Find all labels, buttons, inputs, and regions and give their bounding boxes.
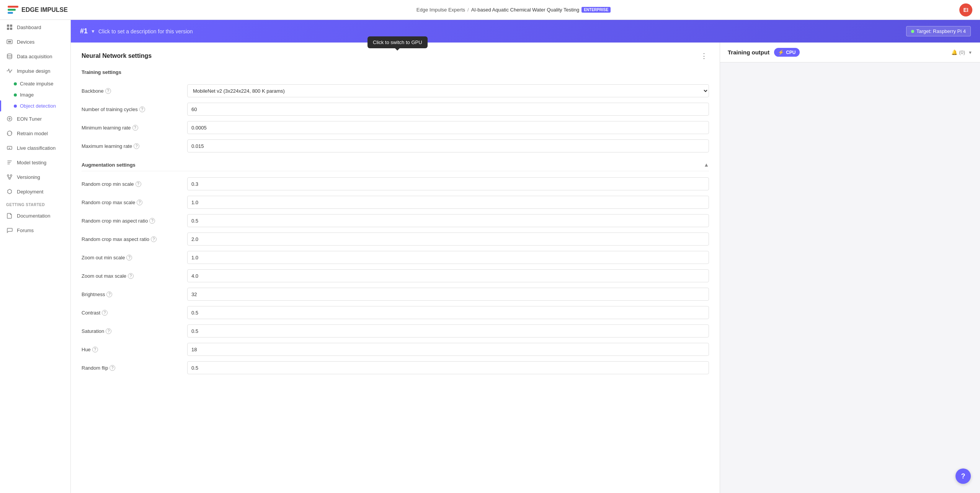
random-crop-max-scale-input[interactable] (187, 196, 709, 209)
sidebar-item-model-testing[interactable]: Model testing (0, 155, 70, 170)
backbone-label: Backbone ? (82, 88, 181, 94)
random-crop-min-aspect-help[interactable]: ? (149, 218, 155, 224)
augmentation-collapse-button[interactable]: ▲ (704, 162, 709, 168)
min-lr-label: Minimum learning rate ? (82, 125, 181, 131)
sidebar-item-data-acquisition[interactable]: Data acquisition (0, 49, 70, 64)
training-cycles-label: Number of training cycles ? (82, 106, 181, 112)
breadcrumb-part2: AI-based Aquatic Chemical Water Quality … (471, 7, 580, 13)
svg-point-6 (7, 54, 12, 56)
training-cycles-input[interactable] (187, 103, 709, 116)
sidebar-label-live: Live classification (17, 145, 56, 151)
sidebar-label-forums: Forums (17, 228, 34, 233)
sidebar-item-deployment[interactable]: Deployment (0, 184, 70, 199)
logo[interactable]: EDGE IMPULSE (8, 6, 68, 14)
backbone-row: Backbone ? MobileNet v2 (3x224x224, 800 … (82, 84, 709, 97)
help-fab-button[interactable]: ? (956, 468, 971, 484)
contrast-label: Contrast ? (82, 310, 181, 316)
sidebar-label-retrain: Retrain model (17, 131, 48, 136)
sidebar-item-eon-tuner[interactable]: EON Tuner (0, 111, 70, 126)
eon-icon (6, 115, 13, 122)
min-lr-input[interactable] (187, 121, 709, 134)
max-lr-input[interactable] (187, 139, 709, 152)
random-flip-input[interactable] (187, 361, 709, 374)
bell-badge[interactable]: 🔔 (0) (951, 49, 965, 55)
backbone-select[interactable]: MobileNet v2 (3x224x224, 800 K params) M… (187, 84, 709, 97)
training-output-content (720, 62, 980, 493)
breadcrumb-part1[interactable]: Edge Impulse Experts (416, 7, 465, 13)
training-cycles-help-icon[interactable]: ? (139, 106, 145, 112)
breadcrumb: Edge Impulse Experts / AI-based Aquatic … (416, 7, 611, 13)
zoom-out-min-scale-input[interactable] (187, 251, 709, 264)
sidebar-label-model: Model testing (17, 160, 46, 165)
version-description[interactable]: Click to set a description for this vers… (98, 28, 193, 34)
min-lr-row: Minimum learning rate ? (82, 121, 709, 134)
sidebar-item-forums[interactable]: Forums (0, 223, 70, 237)
contrast-row: Contrast ? (82, 306, 709, 319)
zoom-out-max-scale-input[interactable] (187, 269, 709, 282)
svg-point-9 (7, 175, 9, 176)
random-crop-min-scale-row: Random crop min scale ? (82, 177, 709, 190)
docs-icon (6, 212, 13, 219)
random-crop-min-scale-help[interactable]: ? (136, 181, 141, 187)
sidebar-item-documentation[interactable]: Documentation (0, 208, 70, 223)
sidebar-label-object-detection: Object detection (20, 103, 56, 109)
saturation-input[interactable] (187, 324, 709, 337)
cpu-icon: ⚡ (778, 49, 784, 55)
nn-settings-card: Neural Network settings ⋮ Training setti… (71, 43, 720, 387)
random-crop-max-aspect-row: Random crop max aspect ratio ? (82, 233, 709, 246)
zoom-out-max-scale-help[interactable]: ? (128, 273, 134, 279)
sidebar-item-live-classification[interactable]: Live classification (0, 141, 70, 155)
augmentation-title: Augmentation settings (82, 162, 136, 168)
target-dot (911, 30, 914, 33)
sidebar-label-docs: Documentation (17, 213, 50, 219)
sidebar-item-retrain[interactable]: Retrain model (0, 126, 70, 141)
random-crop-max-aspect-input[interactable] (187, 233, 709, 246)
sidebar-subitem-create-impulse[interactable]: Create impulse (0, 78, 70, 89)
sidebar-subitem-object-detection[interactable]: Object detection (0, 100, 70, 111)
sidebar-item-devices[interactable]: Devices (0, 34, 70, 49)
zoom-out-min-scale-help[interactable]: ? (126, 255, 132, 260)
sidebar-item-versioning[interactable]: Versioning (0, 170, 70, 184)
random-crop-max-aspect-help[interactable]: ? (151, 236, 157, 242)
target-badge[interactable]: Target: Raspberry Pi 4 (906, 26, 971, 36)
min-lr-help-icon[interactable]: ? (132, 125, 138, 131)
hue-help[interactable]: ? (92, 347, 98, 352)
brightness-input[interactable] (187, 288, 709, 301)
brightness-help[interactable]: ? (106, 292, 112, 297)
avatar-initials: EI (963, 7, 968, 13)
card-menu-button[interactable]: ⋮ (699, 50, 709, 62)
sidebar-subitem-image[interactable]: Image (0, 89, 70, 100)
sidebar-label-deployment: Deployment (17, 189, 43, 195)
cpu-badge[interactable]: ⚡ CPU (774, 48, 799, 57)
random-crop-max-aspect-label: Random crop max aspect ratio ? (82, 236, 181, 242)
random-crop-min-scale-input[interactable] (187, 177, 709, 190)
random-flip-row: Random flip ? (82, 361, 709, 374)
contrast-help[interactable]: ? (102, 310, 108, 316)
augmentation-section-header: Augmentation settings ▲ (82, 162, 709, 171)
max-lr-help-icon[interactable]: ? (134, 143, 139, 149)
version-caret[interactable]: ▼ (91, 29, 95, 34)
avatar[interactable]: EI (959, 3, 972, 16)
top-nav-right: EI (959, 3, 972, 16)
random-flip-help[interactable]: ? (109, 365, 115, 371)
random-crop-max-scale-help[interactable]: ? (137, 200, 142, 205)
dropdown-arrow-icon[interactable]: ▼ (968, 50, 972, 55)
dashboard-icon (6, 24, 13, 31)
two-col-layout: Neural Network settings ⋮ Training setti… (71, 43, 980, 493)
random-crop-min-aspect-input[interactable] (187, 214, 709, 227)
enterprise-badge: ENTERPRISE (581, 7, 611, 13)
brightness-label: Brightness ? (82, 292, 181, 297)
svg-rect-3 (10, 28, 12, 30)
random-flip-label: Random flip ? (82, 365, 181, 371)
svg-rect-1 (10, 25, 12, 27)
sidebar-item-dashboard[interactable]: Dashboard (0, 20, 70, 34)
sidebar-item-impulse-design[interactable]: Impulse design (0, 64, 70, 78)
contrast-input[interactable] (187, 306, 709, 319)
hue-input[interactable] (187, 343, 709, 356)
dot-image (14, 93, 17, 97)
sidebar-label-devices: Devices (17, 39, 34, 45)
saturation-help[interactable]: ? (106, 328, 111, 334)
target-label: Target: Raspberry Pi 4 (916, 28, 966, 34)
backbone-help-icon[interactable]: ? (105, 88, 111, 94)
svg-rect-0 (7, 25, 9, 27)
